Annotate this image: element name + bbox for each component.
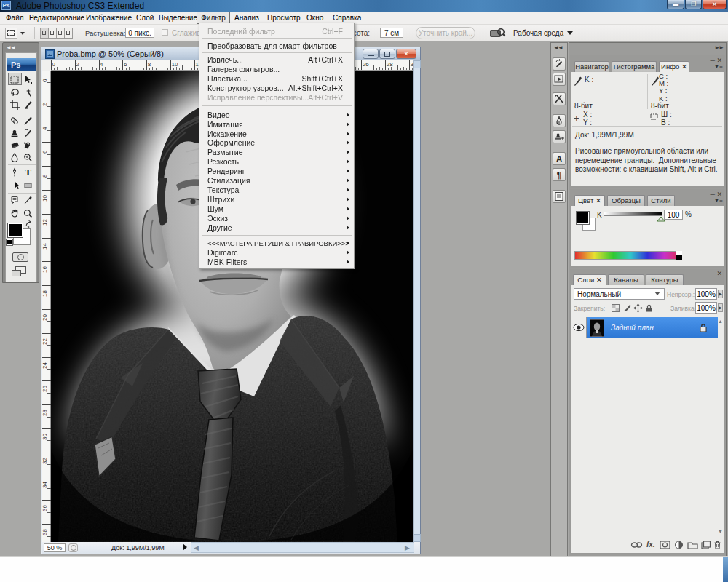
svg-text:¶: ¶	[557, 170, 562, 180]
svg-text:T: T	[25, 167, 31, 178]
svg-text:A: A	[556, 154, 563, 164]
